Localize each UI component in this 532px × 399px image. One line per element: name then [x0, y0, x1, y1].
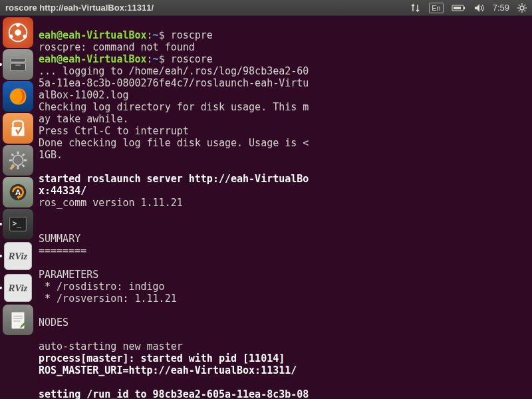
process-master-line: process[master]: started with pid [11014… [39, 352, 285, 364]
svg-line-9 [525, 10, 526, 11]
svg-line-10 [525, 5, 526, 6]
error-line: roscpre: command not found [39, 41, 195, 53]
svg-line-27 [12, 154, 14, 156]
indicator-area: En 7:59 [410, 3, 527, 13]
window-title: roscore http://eah-VirtualBox:11311/ [5, 3, 410, 13]
firefox-icon[interactable] [3, 81, 33, 112]
clock[interactable]: 7:59 [493, 3, 509, 13]
roslaunch-server-line: started roslaunch server http://eah-Virt… [39, 173, 309, 185]
gear-icon[interactable] [517, 3, 527, 13]
svg-point-22 [13, 155, 23, 165]
top-menu-bar: roscore http://eah-VirtualBox:11311/ En … [0, 0, 532, 16]
roscomm-version: ros_comm version 1.11.21 [39, 197, 183, 209]
keyboard-indicator[interactable]: En [429, 3, 443, 13]
terminal-output[interactable]: eah@eah-VirtualBox:~$ roscpre roscpre: c… [36, 16, 532, 399]
svg-text:A: A [15, 188, 21, 196]
summary-heading: SUMMARY [39, 233, 80, 245]
svg-text:>_: >_ [12, 219, 21, 228]
svg-point-3 [520, 6, 524, 10]
svg-point-13 [16, 23, 20, 27]
command-2: roscore [171, 53, 213, 65]
command-1: roscpre [171, 29, 213, 41]
settings-icon[interactable] [3, 145, 33, 176]
svg-line-8 [519, 5, 520, 6]
svg-rect-19 [15, 65, 21, 66]
volume-icon[interactable] [474, 3, 485, 13]
battery-icon[interactable] [452, 4, 466, 12]
rviz-icon-1[interactable]: RViz [3, 241, 33, 271]
param-rosversion: * /rosversion: 1.11.21 [39, 293, 177, 305]
svg-rect-1 [464, 7, 465, 9]
prompt-user: eah@eah-VirtualBox [39, 29, 147, 41]
svg-rect-2 [454, 7, 461, 9]
svg-point-15 [23, 35, 27, 39]
network-icon[interactable] [410, 3, 421, 13]
files-icon[interactable] [3, 49, 33, 80]
svg-point-16 [15, 29, 21, 36]
dash-icon[interactable] [3, 17, 33, 48]
run-id-line: setting /run_id to 98cb3ea2-605a-11ea-8c… [39, 388, 309, 399]
nodes-heading: NODES [39, 317, 68, 329]
svg-line-29 [23, 154, 25, 156]
svg-rect-18 [11, 63, 26, 70]
software-center-icon[interactable] [3, 113, 33, 144]
ros-master-uri: ROS_MASTER_URI=http://eah-VirtualBox:113… [39, 364, 297, 376]
software-updater-icon[interactable]: A [3, 177, 33, 207]
unity-launcher: A >_ RViz RViz [0, 16, 36, 399]
param-rosdistro: * /rosdistro: indigo [39, 281, 165, 293]
parameters-heading: PARAMETERS [39, 269, 98, 281]
svg-point-14 [9, 35, 13, 39]
prompt-path: ~ [153, 29, 159, 41]
svg-rect-17 [11, 59, 26, 63]
text-editor-icon[interactable] [3, 305, 33, 335]
rviz-icon-2[interactable]: RViz [3, 273, 33, 303]
terminal-icon[interactable]: >_ [3, 209, 33, 239]
svg-line-28 [23, 165, 25, 167]
svg-line-11 [519, 10, 520, 11]
